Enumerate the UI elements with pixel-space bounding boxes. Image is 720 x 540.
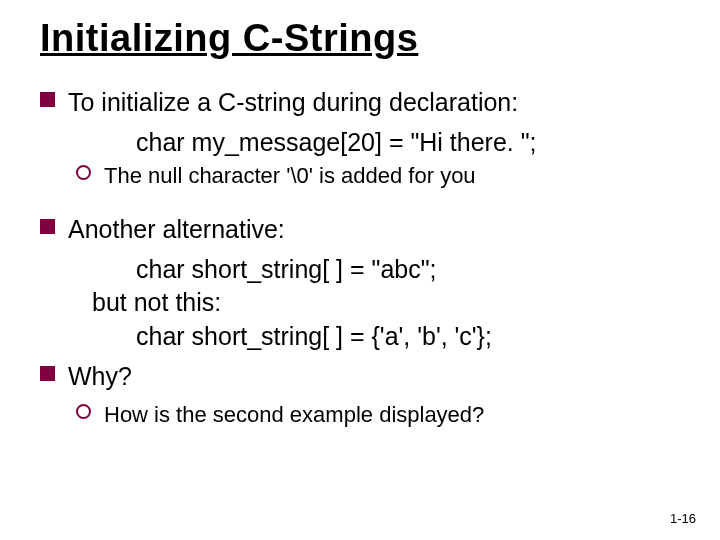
bullet-3-sub-text: How is the second example displayed? — [104, 402, 484, 427]
slide-title: Initializing C-Strings — [40, 18, 690, 60]
slide: Initializing C-Strings To initialize a C… — [0, 0, 720, 540]
bullet-3-sub: How is the second example displayed? — [40, 400, 690, 430]
bullet-3-text: Why? — [68, 362, 132, 390]
bullet-2: Another alternative: — [40, 213, 690, 247]
bullet-3: Why? — [40, 360, 690, 394]
bullet-2-mid: but not this: — [40, 286, 690, 320]
slide-number: 1-16 — [670, 511, 696, 526]
square-bullet-icon — [40, 219, 55, 234]
square-bullet-icon — [40, 366, 55, 381]
bullet-2-code-2: char short_string[ ] = {'a', 'b', 'c'}; — [40, 320, 690, 354]
bullet-1-sub: The null character '\0' is added for you — [40, 161, 690, 191]
bullet-1: To initialize a C-string during declarat… — [40, 86, 690, 120]
bullet-2-text: Another alternative: — [68, 215, 285, 243]
bullet-1-code: char my_message[20] = "Hi there. "; — [40, 126, 690, 160]
bullet-2-code-1: char short_string[ ] = "abc"; — [40, 253, 690, 287]
bullet-1-sub-text: The null character '\0' is added for you — [104, 163, 476, 188]
square-bullet-icon — [40, 92, 55, 107]
circle-bullet-icon — [76, 165, 91, 180]
bullet-1-text: To initialize a C-string during declarat… — [68, 88, 518, 116]
circle-bullet-icon — [76, 404, 91, 419]
